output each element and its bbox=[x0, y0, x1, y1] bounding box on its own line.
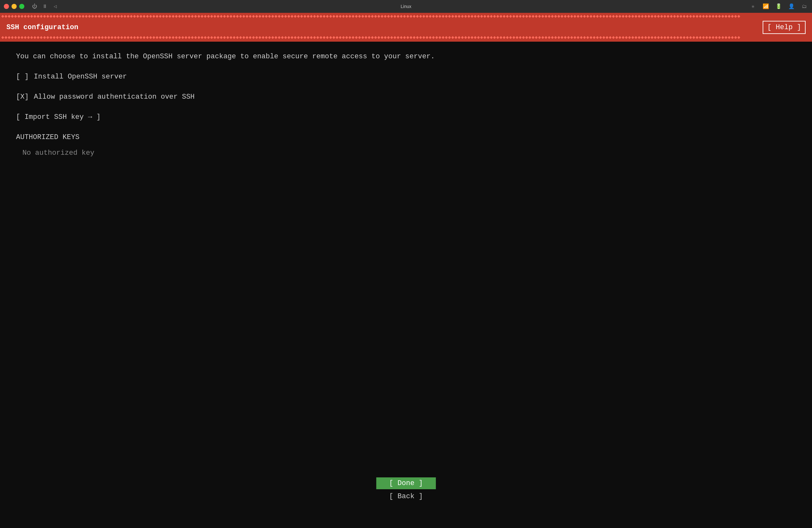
window-title: Linux bbox=[401, 4, 411, 9]
install-openssh-option[interactable]: [ ] Install OpenSSH server bbox=[16, 71, 796, 82]
install-openssh-label: Install OpenSSH server bbox=[34, 71, 127, 82]
top-diamond-row: ◆◆◆◆◆◆◆◆◆◆◆◆◆◆◆◆◆◆◆◆◆◆◆◆◆◆◆◆◆◆◆◆◆◆◆◆◆◆◆◆… bbox=[0, 13, 812, 20]
bottom-diamond-row: ◆◆◆◆◆◆◆◆◆◆◆◆◆◆◆◆◆◆◆◆◆◆◆◆◆◆◆◆◆◆◆◆◆◆◆◆◆◆◆◆… bbox=[0, 34, 812, 42]
no-authorized-key-text: No authorized key bbox=[23, 148, 796, 158]
minimize-button[interactable] bbox=[12, 4, 17, 9]
maximize-button[interactable] bbox=[19, 4, 24, 9]
header-bar: SSH configuration [ Help ] bbox=[0, 20, 812, 34]
allow-password-auth-option[interactable]: [X] Allow password authentication over S… bbox=[16, 92, 796, 102]
top-diamonds: ◆◆◆◆◆◆◆◆◆◆◆◆◆◆◆◆◆◆◆◆◆◆◆◆◆◆◆◆◆◆◆◆◆◆◆◆◆◆◆◆… bbox=[1, 13, 741, 20]
done-button[interactable]: [ Done ] bbox=[376, 478, 436, 489]
battery-icon[interactable]: 🔋 bbox=[775, 3, 783, 10]
terminal: ◆◆◆◆◆◆◆◆◆◆◆◆◆◆◆◆◆◆◆◆◆◆◆◆◆◆◆◆◆◆◆◆◆◆◆◆◆◆◆◆… bbox=[0, 13, 812, 528]
bottom-diamonds: ◆◆◆◆◆◆◆◆◆◆◆◆◆◆◆◆◆◆◆◆◆◆◆◆◆◆◆◆◆◆◆◆◆◆◆◆◆◆◆◆… bbox=[1, 34, 741, 42]
description-text: You can choose to install the OpenSSH se… bbox=[16, 51, 796, 62]
titlebar: ⏻ ⏸ ◁ Linux ✳ 📶 🔋 👤 🗂 bbox=[0, 0, 812, 13]
allow-password-auth-label: Allow password authentication over SSH bbox=[34, 92, 195, 102]
help-button[interactable]: [ Help ] bbox=[763, 21, 806, 34]
user-icon[interactable]: 👤 bbox=[788, 3, 795, 10]
brightness-icon[interactable]: ✳ bbox=[749, 3, 757, 10]
pause-icon[interactable]: ⏸ bbox=[41, 3, 49, 10]
authorized-keys-title: AUTHORIZED KEYS bbox=[16, 132, 796, 143]
power-icon[interactable]: ⏻ bbox=[31, 3, 39, 10]
back-button[interactable]: [ Back ] bbox=[376, 490, 436, 502]
page-title: SSH configuration bbox=[6, 22, 78, 33]
folder-icon[interactable]: 🗂 bbox=[800, 3, 808, 10]
bottom-buttons: [ Done ] [ Back ] bbox=[376, 478, 436, 502]
allow-password-auth-checkbox[interactable]: [X] bbox=[16, 92, 29, 102]
install-openssh-checkbox[interactable]: [ ] bbox=[16, 71, 29, 82]
rewind-icon[interactable]: ◁ bbox=[51, 3, 59, 10]
close-button[interactable] bbox=[4, 4, 9, 9]
signal-icon[interactable]: 📶 bbox=[762, 3, 770, 10]
content-area: You can choose to install the OpenSSH se… bbox=[0, 42, 812, 168]
import-ssh-key-button[interactable]: [ Import SSH key → ] bbox=[16, 112, 101, 122]
authorized-keys-section: AUTHORIZED KEYS No authorized key bbox=[16, 132, 796, 158]
